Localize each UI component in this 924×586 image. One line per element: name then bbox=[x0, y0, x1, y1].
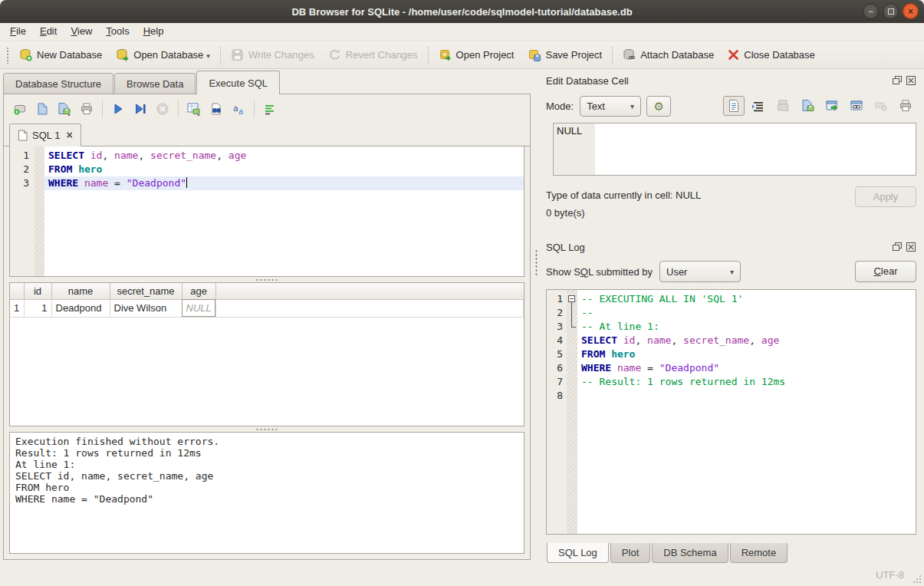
execute-sql-panel: aa SQL 1 × 1 2 3 SELECT id, name, secret… bbox=[3, 94, 531, 560]
cell-age-null[interactable]: NULL bbox=[182, 299, 215, 317]
close-icon: × bbox=[908, 7, 913, 16]
word-wrap-cell-button[interactable] bbox=[748, 96, 769, 116]
column-header-id[interactable]: id bbox=[24, 283, 51, 299]
save-sql-file-button[interactable] bbox=[54, 99, 74, 119]
new-sql-tab-button[interactable] bbox=[10, 99, 30, 119]
menu-file[interactable]: File bbox=[3, 23, 33, 41]
tab-execute-sql[interactable]: Execute SQL bbox=[196, 71, 280, 94]
cell-secret-name[interactable]: Dive Wilson bbox=[110, 299, 182, 317]
save-results-button[interactable] bbox=[184, 99, 204, 119]
write-changes-icon bbox=[231, 48, 244, 61]
edit-cell-toolbar bbox=[723, 96, 916, 116]
submitted-by-select[interactable]: User ▾ bbox=[659, 261, 741, 282]
new-database-label: New Database bbox=[37, 49, 102, 61]
column-header-age[interactable]: age bbox=[182, 283, 215, 299]
execution-message-panel: Execution finished without errors.Result… bbox=[9, 432, 524, 554]
tab-browse-data[interactable]: Browse Data bbox=[114, 73, 196, 94]
maximize-icon bbox=[888, 8, 894, 15]
sql-log-close-button[interactable] bbox=[906, 242, 916, 252]
sql-document-tab[interactable]: SQL 1 × bbox=[9, 123, 81, 146]
word-wrap-button[interactable] bbox=[260, 99, 280, 119]
sql-tab-label: SQL 1 bbox=[32, 130, 60, 141]
menu-help[interactable]: Help bbox=[136, 23, 171, 41]
status-bar: UTF-8 bbox=[0, 564, 924, 586]
auto-apply-button[interactable]: ⚙ bbox=[646, 96, 671, 117]
header-filler bbox=[215, 283, 523, 299]
edit-cell-close-button[interactable] bbox=[906, 76, 916, 86]
titlebar[interactable]: DB Browser for SQLite - /home/user/code/… bbox=[0, 0, 924, 23]
execute-all-button[interactable] bbox=[108, 99, 128, 119]
toolbar-separator bbox=[102, 100, 103, 117]
results-grid[interactable]: id name secret_name age 1 1 Deadpond Div… bbox=[9, 282, 524, 426]
close-window-button[interactable]: × bbox=[903, 3, 919, 19]
cell-name[interactable]: Deadpond bbox=[51, 299, 110, 317]
edit-cell-float-button[interactable] bbox=[892, 76, 903, 86]
fold-collapse-icon[interactable] bbox=[568, 295, 575, 302]
sql-editor[interactable]: 1 2 3 SELECT id, name, secret_name, age … bbox=[9, 146, 524, 277]
results-message-splitter[interactable] bbox=[4, 426, 530, 432]
open-database-button[interactable]: Open Database ▾ bbox=[109, 44, 217, 65]
open-project-label: Open Project bbox=[456, 49, 515, 61]
menu-tools[interactable]: Tools bbox=[99, 23, 136, 41]
editor-code-area[interactable]: SELECT id, name, secret_name, age FROM h… bbox=[44, 146, 524, 276]
close-database-icon bbox=[728, 49, 739, 61]
editor-results-splitter[interactable] bbox=[4, 277, 530, 282]
close-database-button[interactable]: Close Database bbox=[721, 45, 822, 64]
save-project-button[interactable]: Save Project bbox=[521, 44, 609, 65]
cell-id[interactable]: 1 bbox=[24, 299, 51, 317]
execute-current-line-button[interactable] bbox=[130, 99, 150, 119]
column-header-secret-name[interactable]: secret_name bbox=[110, 283, 182, 299]
sql-log-view[interactable]: 1 2 3 4 5 6 7 8 -- EXECUTING ALL IN 'SQL… bbox=[546, 289, 916, 535]
dock-tab-db-schema[interactable]: DB Schema bbox=[652, 543, 728, 563]
attach-database-button[interactable]: Attach Database bbox=[616, 44, 721, 65]
sql-log-float-button[interactable] bbox=[892, 242, 903, 252]
code-line-1: SELECT id, name, secret_name, age bbox=[44, 149, 524, 163]
open-database-dropdown-icon[interactable]: ▾ bbox=[206, 52, 210, 61]
clear-log-button[interactable]: Clear bbox=[855, 261, 916, 282]
table-row[interactable]: 1 1 Deadpond Dive Wilson NULL bbox=[10, 299, 524, 317]
execute-sql-toolbar: aa bbox=[4, 94, 530, 123]
panes-splitter[interactable] bbox=[534, 249, 538, 275]
log-line-6: WHERE name = "Deadpond" bbox=[577, 361, 916, 375]
auto-format-button[interactable]: aa bbox=[229, 99, 248, 119]
message-line: Result: 1 rows returned in 12ms bbox=[15, 447, 518, 459]
log-fold-margin[interactable] bbox=[567, 290, 577, 534]
row-number-cell[interactable]: 1 bbox=[10, 299, 24, 317]
new-database-button[interactable]: New Database bbox=[12, 44, 109, 65]
minimize-button[interactable]: − bbox=[863, 3, 879, 19]
toolbar-drag-handle[interactable] bbox=[6, 47, 9, 64]
open-database-icon bbox=[116, 48, 129, 61]
open-external-button[interactable] bbox=[821, 96, 843, 116]
print-cell-button[interactable] bbox=[895, 96, 916, 116]
edit-cell-mode-row: Mode: Text ▾ ⚙ bbox=[546, 94, 916, 117]
export-cell-button[interactable] bbox=[797, 96, 818, 116]
menu-view[interactable]: View bbox=[64, 23, 99, 41]
cell-value-editor[interactable]: NULL bbox=[553, 123, 916, 176]
message-line: At line 1: bbox=[15, 459, 518, 470]
tab-database-structure[interactable]: Database Structure bbox=[3, 73, 113, 94]
dock-tab-plot[interactable]: Plot bbox=[610, 543, 650, 563]
dock-tab-remote[interactable]: Remote bbox=[730, 543, 788, 563]
import-cell-button bbox=[772, 96, 794, 116]
mode-select[interactable]: Text ▾ bbox=[580, 96, 641, 117]
text-mode-button[interactable] bbox=[723, 96, 745, 116]
menu-edit[interactable]: Edit bbox=[33, 23, 64, 41]
encoding-status: UTF-8 bbox=[876, 569, 904, 581]
cell-edit-area[interactable] bbox=[595, 123, 916, 175]
save-project-label: Save Project bbox=[545, 49, 602, 61]
maximize-button[interactable] bbox=[883, 3, 899, 19]
column-header-name[interactable]: name bbox=[51, 283, 110, 299]
link-button[interactable] bbox=[846, 96, 867, 116]
open-database-label: Open Database bbox=[133, 49, 203, 61]
print-button[interactable] bbox=[77, 99, 97, 119]
open-project-button[interactable]: Open Project bbox=[432, 44, 521, 65]
open-sql-file-button[interactable] bbox=[32, 99, 52, 119]
sql-tab-close-icon[interactable]: × bbox=[66, 130, 72, 140]
sql-log-dock-header: SQL Log bbox=[546, 239, 916, 255]
find-replace-button[interactable] bbox=[206, 99, 226, 119]
revert-changes-label: Revert Changes bbox=[346, 49, 418, 61]
submitted-by-value: User bbox=[666, 266, 687, 278]
edit-cell-title: Edit Database Cell bbox=[546, 75, 889, 87]
gear-icon: ⚙ bbox=[653, 100, 663, 112]
dock-tab-sql-log[interactable]: SQL Log bbox=[547, 543, 609, 563]
